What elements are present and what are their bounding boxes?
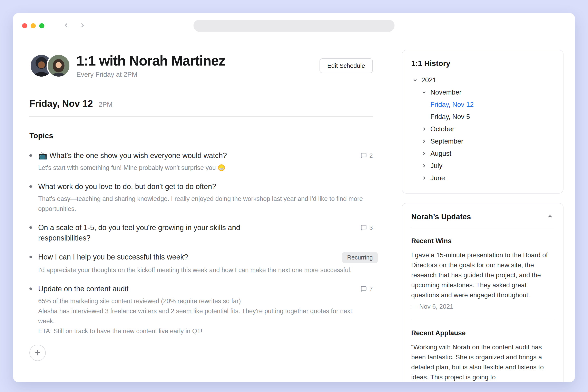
topic-text[interactable]: Update on the content audit xyxy=(38,284,128,294)
meeting-date: Friday, Nov 12 xyxy=(30,98,93,109)
topic-text[interactable]: On a scale of 1-5, do you feel you're gr… xyxy=(38,222,275,243)
history-item-nov-5[interactable]: Friday, Nov 5 xyxy=(411,111,554,123)
topic-text[interactable]: 📺 What's the one show you wish everyone … xyxy=(38,150,227,161)
divider xyxy=(411,320,554,320)
bullet-icon xyxy=(30,185,32,188)
bullet-icon xyxy=(30,288,32,290)
topic-item: Update on the content audit 7 65% of the… xyxy=(30,284,386,336)
address-bar[interactable] xyxy=(194,20,395,32)
chevron-up-icon xyxy=(547,213,553,220)
history-item-nov-12[interactable]: Friday, Nov 12 xyxy=(411,98,554,111)
history-item-2021[interactable]: 2021 xyxy=(411,74,554,86)
history-item-august[interactable]: August xyxy=(411,148,554,160)
updates-section-heading: Recent Applause xyxy=(411,329,554,337)
titlebar xyxy=(13,13,575,38)
updates-title: Norah’s Updates xyxy=(411,212,471,221)
chevron-right-icon[interactable] xyxy=(422,176,430,181)
topic-note[interactable]: ETA: Still on track to have the new cont… xyxy=(38,326,365,336)
nav-arrows xyxy=(63,22,86,30)
updates-section-body: I gave a 15-minute presentation to the B… xyxy=(411,250,554,300)
chevron-down-icon[interactable] xyxy=(412,78,422,83)
meeting-date-row: Friday, Nov 12 2PM xyxy=(30,98,386,109)
plus-icon xyxy=(34,349,41,356)
topic-note[interactable]: Alesha has interviewed 3 freelance write… xyxy=(38,306,365,326)
history-title: 1:1 History xyxy=(411,59,554,68)
meeting-header: 1:1 with Norah Martinez Every Friday at … xyxy=(30,53,386,78)
topics-heading: Topics xyxy=(30,132,386,140)
back-icon[interactable] xyxy=(63,22,70,30)
comment-count[interactable]: 2 xyxy=(360,150,373,159)
history-item-june[interactable]: June xyxy=(411,172,554,184)
history-item-october[interactable]: October xyxy=(411,123,554,135)
history-card: 1:1 History 2021 November Friday, Nov 12 xyxy=(402,50,564,194)
history-item-july[interactable]: July xyxy=(411,160,554,172)
history-tree: 2021 November Friday, Nov 12 Friday, Nov… xyxy=(411,74,554,184)
bullet-icon xyxy=(30,154,32,157)
topic-text[interactable]: What work do you love to do, but don't g… xyxy=(38,181,216,192)
topic-note[interactable]: 65% of the marketing site content review… xyxy=(38,296,365,306)
bullet-icon xyxy=(30,226,32,229)
topic-item: 📺 What's the one show you wish everyone … xyxy=(30,150,386,173)
topic-note[interactable]: That's easy—teaching and sharing knowled… xyxy=(38,194,365,214)
comment-icon xyxy=(360,224,367,231)
chevron-right-icon[interactable] xyxy=(422,139,430,144)
close-button[interactable] xyxy=(22,23,27,28)
topic-item: On a scale of 1-5, do you feel you're gr… xyxy=(30,222,386,243)
topic-text[interactable]: How I can I help you be successful this … xyxy=(38,252,188,262)
updates-section-body: “Working with Norah on the content audit… xyxy=(411,342,554,382)
title-block: 1:1 with Norah Martinez Every Friday at … xyxy=(76,53,225,78)
topic-list: 📺 What's the one show you wish everyone … xyxy=(30,150,386,336)
updates-section-date: — Nov 6, 2021 xyxy=(411,303,554,310)
participant-avatars xyxy=(30,54,71,78)
next-time-heading: Next Time xyxy=(30,381,386,382)
comment-count[interactable]: 7 xyxy=(360,284,373,292)
content-area: 1:1 with Norah Martinez Every Friday at … xyxy=(13,38,575,382)
chevron-right-icon[interactable] xyxy=(422,151,430,156)
meeting-schedule-subtitle: Every Friday at 2PM xyxy=(76,71,225,78)
bullet-icon xyxy=(30,256,32,258)
forward-icon[interactable] xyxy=(79,22,86,30)
updates-section-wins: Recent Wins I gave a 15-minute presentat… xyxy=(411,237,554,310)
page-title: 1:1 with Norah Martinez xyxy=(76,53,225,68)
minimize-button[interactable] xyxy=(30,23,36,28)
comment-icon xyxy=(360,286,367,292)
chevron-right-icon[interactable] xyxy=(422,163,430,168)
divider xyxy=(30,116,373,117)
meeting-time: 2PM xyxy=(98,101,112,108)
topic-note[interactable]: I'd appreciate your thoughts on the kick… xyxy=(38,265,365,275)
traffic-lights xyxy=(22,23,44,28)
history-item-september[interactable]: September xyxy=(411,135,554,148)
avatar-norah[interactable] xyxy=(46,54,71,78)
sidebar: 1:1 History 2021 November Friday, Nov 12 xyxy=(402,38,564,382)
divider xyxy=(411,228,554,228)
updates-card: Norah’s Updates Recent Wins I gave a 15-… xyxy=(402,203,564,382)
chevron-down-icon[interactable] xyxy=(422,90,430,95)
collapse-updates-button[interactable] xyxy=(546,212,554,221)
chevron-right-icon[interactable] xyxy=(422,126,430,132)
zoom-button[interactable] xyxy=(39,23,44,28)
history-item-november[interactable]: November xyxy=(411,86,554,98)
main-column: 1:1 with Norah Martinez Every Friday at … xyxy=(30,38,386,382)
edit-schedule-button[interactable]: Edit Schedule xyxy=(320,58,373,73)
add-topic-button[interactable] xyxy=(30,345,46,361)
topic-item: What work do you love to do, but don't g… xyxy=(30,181,386,214)
app-window: 1:1 with Norah Martinez Every Friday at … xyxy=(13,13,575,382)
updates-section-applause: Recent Applause “Working with Norah on t… xyxy=(411,329,554,382)
recurring-badge: Recurring xyxy=(342,252,378,263)
comment-count[interactable]: 3 xyxy=(360,222,373,231)
topic-note[interactable]: Let's start with something fun! Mine pro… xyxy=(38,163,365,173)
comment-icon xyxy=(360,152,367,159)
topic-item: How I can I help you be successful this … xyxy=(30,252,386,275)
updates-section-heading: Recent Wins xyxy=(411,237,554,245)
